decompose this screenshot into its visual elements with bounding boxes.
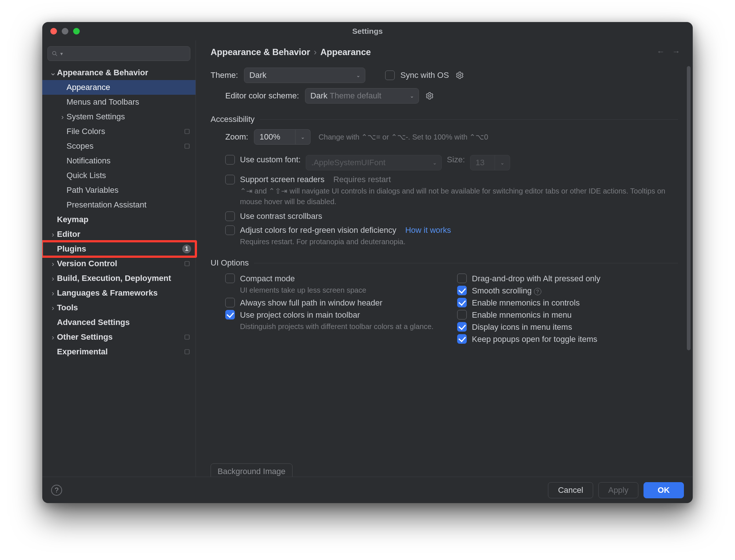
how-it-works-link[interactable]: How it works [405,225,451,235]
sidebar-item-appearance[interactable]: Appearance [42,80,196,95]
option-altdrag: Drag-and-drop with Alt pressed only [457,274,678,283]
forward-button[interactable]: → [672,47,680,57]
sidebar-item-advanced-settings[interactable]: Advanced Settings [42,315,196,330]
mnemctrl-label: Enable mnemonics in controls [472,298,580,307]
sidebar-item-label: Version Control [57,259,183,268]
chevron-right-icon: › [49,274,57,283]
custom-font-checkbox[interactable] [225,155,235,165]
icons-checkbox[interactable] [457,322,467,332]
sidebar-item-label: Appearance & Behavior [57,68,191,77]
contrast-scrollbars-checkbox[interactable] [225,212,235,221]
sidebar-item-version-control[interactable]: ›Version Control [42,256,196,271]
project-scope-icon [183,333,191,341]
breadcrumb-separator-icon: › [314,47,317,57]
sidebar-item-notifications[interactable]: Notifications [42,153,196,168]
theme-label: Theme: [211,71,238,80]
custom-font-select[interactable]: .AppleSystemUIFont ⌄ [306,155,442,170]
chevron-right-icon: › [49,230,57,239]
sync-with-os-checkbox[interactable] [385,71,395,80]
window-title: Settings [42,27,693,36]
svg-point-7 [459,74,461,76]
chevron-down-icon: ⌄ [410,93,414,99]
chevron-right-icon: › [49,289,57,297]
scrollbar[interactable] [687,66,691,472]
sidebar-item-file-colors[interactable]: File Colors [42,124,196,139]
editor-scheme-label: Editor color scheme: [225,91,299,101]
ui-options-section-title: UI Options [211,258,249,268]
sidebar-item-languages-frameworks[interactable]: ›Languages & Frameworks [42,286,196,300]
sidebar-item-quick-lists[interactable]: Quick Lists [42,168,196,183]
sidebar-item-label: Presentation Assistant [67,200,191,210]
sidebar-item-build-execution-deployment[interactable]: ›Build, Execution, Deployment [42,271,196,286]
font-size-label: Size: [447,155,465,165]
screen-readers-checkbox[interactable] [225,175,235,184]
scheme-gear-icon[interactable] [425,91,434,101]
editor-scheme-value: Dark [311,91,327,101]
background-image-button[interactable]: Background Image [211,463,293,477]
zoom-dropdown-button[interactable]: ⌄ [295,129,311,145]
apply-button[interactable]: Apply [598,482,638,498]
sidebar-badge: 1 [182,245,191,253]
zoom-value-field[interactable]: 100% [254,129,295,145]
sidebar-item-other-settings[interactable]: ›Other Settings [42,330,196,344]
sidebar-item-presentation-assistant[interactable]: Presentation Assistant [42,198,196,212]
font-size-field[interactable]: 13 [470,155,495,170]
sidebar-item-tools[interactable]: ›Tools [42,300,196,315]
mnemctrl-checkbox[interactable] [457,298,467,307]
projcolors-detail: Distinguish projects with different tool… [240,321,434,332]
sidebar-item-label: Scopes [67,141,183,151]
info-icon[interactable]: ? [534,288,541,295]
smooth-checkbox[interactable] [457,286,467,295]
font-size-dropdown-button[interactable]: ⌄ [495,155,510,170]
cancel-button[interactable]: Cancel [548,482,593,498]
sidebar-item-system-settings[interactable]: ›System Settings [42,109,196,124]
back-button[interactable]: ← [657,47,665,57]
editor-scheme-hint: Theme default [330,91,381,101]
popups-checkbox[interactable] [457,334,467,344]
ok-button[interactable]: OK [643,482,684,498]
color-deficiency-label: Adjust colors for red-green vision defic… [240,225,397,235]
compact-checkbox[interactable] [225,274,235,283]
sidebar-item-menus-and-toolbars[interactable]: Menus and Toolbars [42,95,196,109]
accessibility-section-title: Accessibility [211,115,255,124]
nav-arrows: ← → [657,47,680,57]
chevron-down-icon: ⌄ [49,68,57,77]
option-fullpath: Always show full path in window header [225,298,446,308]
sidebar-item-label: Keymap [57,215,191,224]
theme-value: Dark [250,71,266,80]
fullpath-checkbox[interactable] [225,298,235,307]
sidebar-item-label: Build, Execution, Deployment [57,274,191,283]
scrollbar-thumb[interactable] [687,66,691,350]
mnemmenu-checkbox[interactable] [457,310,467,319]
sidebar-item-label: Quick Lists [67,171,191,180]
option-mnemmenu: Enable mnemonics in menu [457,310,678,320]
color-deficiency-checkbox[interactable] [225,225,235,235]
help-button[interactable]: ? [51,485,62,496]
svg-rect-2 [185,129,189,134]
altdrag-checkbox[interactable] [457,274,467,283]
svg-rect-5 [185,335,189,339]
sidebar-item-scopes[interactable]: Scopes [42,139,196,153]
sync-with-os-label: Sync with OS [401,71,449,80]
screen-readers-label: Support screen readers [240,175,325,184]
sidebar-item-plugins[interactable]: Plugins1 [42,242,196,256]
settings-content: Appearance & Behavior › Appearance ← → T… [196,40,693,477]
sidebar-item-label: Path Variables [67,185,191,195]
popups-label: Keep popups open for toggle items [472,335,597,344]
sidebar-item-editor[interactable]: ›Editor [42,227,196,242]
theme-select[interactable]: Dark ⌄ [244,68,365,83]
sync-gear-icon[interactable] [455,71,465,80]
editor-scheme-select[interactable]: Dark Theme default ⌄ [305,88,419,104]
sidebar-item-appearance-behavior[interactable]: ⌄Appearance & Behavior [42,65,196,80]
svg-rect-6 [185,350,189,354]
project-scope-icon [183,260,191,268]
project-scope-icon [183,142,191,150]
sidebar-item-keymap[interactable]: Keymap [42,212,196,227]
projcolors-checkbox[interactable] [225,310,235,319]
search-input[interactable]: ▾ [47,46,190,61]
sidebar-item-experimental[interactable]: Experimental [42,344,196,359]
sidebar-item-path-variables[interactable]: Path Variables [42,183,196,198]
titlebar: Settings [42,22,693,40]
breadcrumb-parent[interactable]: Appearance & Behavior [211,47,310,57]
content-scroll[interactable]: Theme: Dark ⌄ Sync with OS [196,61,693,477]
